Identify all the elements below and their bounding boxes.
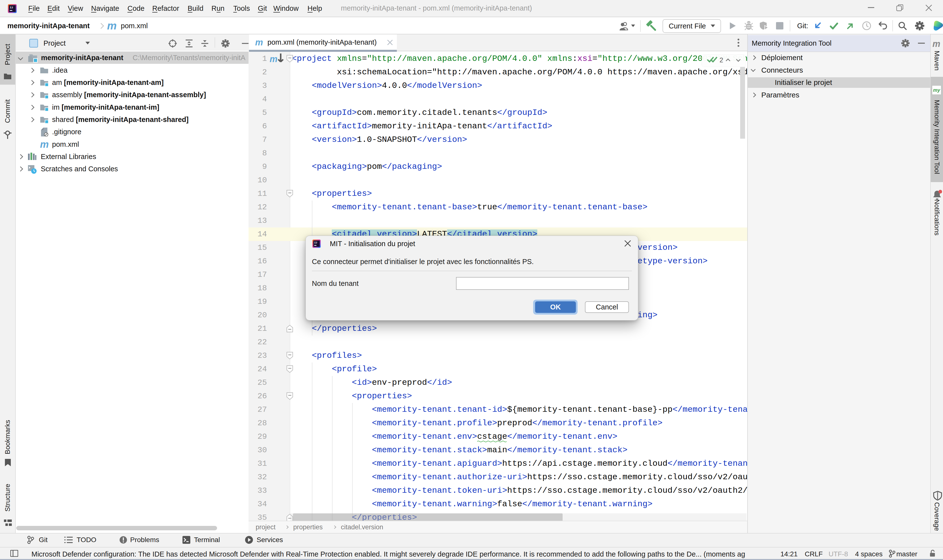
svg-text:IJ: IJ <box>314 242 317 244</box>
svg-text:IJ: IJ <box>10 6 13 9</box>
